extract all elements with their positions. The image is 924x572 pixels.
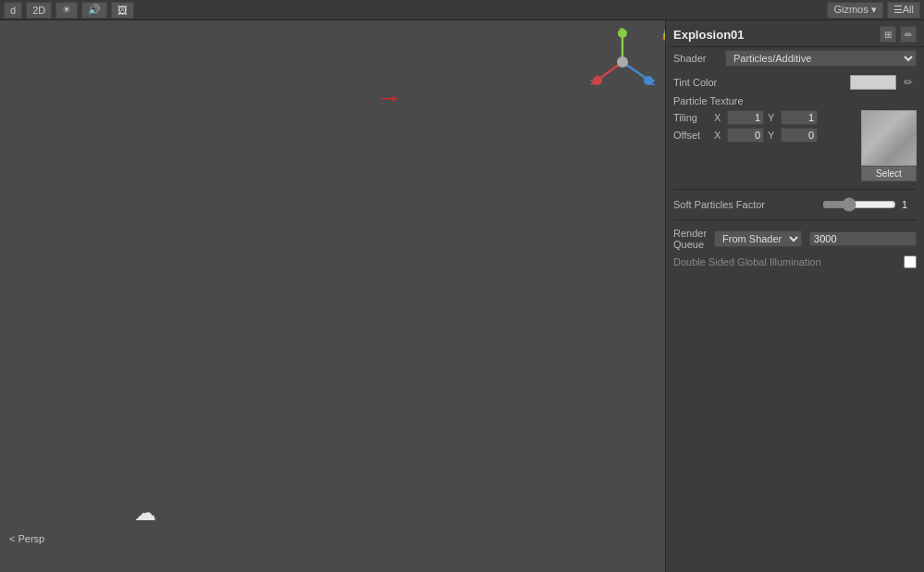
texture-preview[interactable] (861, 110, 917, 166)
2d-button[interactable]: 2D (26, 2, 52, 19)
all-button[interactable]: ☰All (887, 2, 920, 19)
mode-dropdown[interactable]: d (4, 2, 22, 19)
texture-select-button[interactable]: Select (861, 166, 917, 181)
inspector-title: Explosion01 (673, 28, 745, 42)
svg-text:z: z (650, 76, 656, 87)
tiling-x-label: X (714, 112, 723, 123)
offset-x-label: X (714, 130, 723, 141)
gizmos-button[interactable]: Gizmos ▾ (827, 2, 882, 19)
soft-particles-value: 1 (902, 199, 917, 210)
inspector-icon-btn-2[interactable]: ✏ (900, 26, 917, 43)
svg-text:x: x (590, 76, 597, 87)
shader-dropdown[interactable]: Particles/Additive (725, 50, 917, 67)
texture-preview-inner (862, 111, 916, 165)
texture-controls: Tiling X Y Offset X Y (673, 110, 861, 181)
viewport[interactable]: ☁ → < Persp (0, 20, 665, 572)
sun-icon: ☀ (62, 4, 71, 16)
top-toolbar: d 2D ☀ 🔊 🖼 Gizmos ▾ ☰All (0, 0, 924, 20)
slider-container: 1 (822, 197, 917, 212)
particle-texture-label: Particle Texture (673, 95, 917, 106)
svg-text:y: y (619, 28, 625, 32)
tint-color-label: Tint Color (673, 77, 843, 88)
image-button[interactable]: 🖼 (111, 2, 134, 19)
double-sided-label: Double Sided Global Illumination (673, 256, 896, 267)
gizmo-svg: y x z (588, 28, 658, 97)
soft-particles-label: Soft Particles Factor (673, 199, 815, 210)
separator-2 (673, 219, 917, 220)
persp-label: < Persp (9, 533, 44, 544)
shader-row: Shader Particles/Additive (666, 47, 924, 69)
lock-icon: 🔒 (660, 28, 665, 41)
soft-particles-row: Soft Particles Factor 1 (673, 197, 917, 212)
image-icon: 🖼 (117, 5, 128, 16)
tint-color-row: Tint Color ✏ (673, 75, 917, 90)
main-area: ☁ → < Persp (0, 20, 924, 572)
viewport-content: ☁ → < Persp (0, 20, 665, 572)
texture-preview-container: Select (861, 110, 917, 181)
tint-color-swatch[interactable] (850, 75, 896, 90)
tiling-y-label: Y (768, 112, 777, 123)
shader-label: Shader (673, 53, 720, 64)
render-queue-value-input[interactable] (809, 231, 917, 246)
render-queue-label: Render Queue (673, 228, 707, 250)
particle-texture-area: Tiling X Y Offset X Y (673, 110, 917, 181)
render-queue-row: Render Queue From Shader (673, 228, 917, 250)
double-sided-checkbox[interactable] (904, 255, 917, 268)
offset-y-input[interactable] (781, 128, 818, 143)
offset-label: Offset (673, 130, 710, 141)
cloud-particle: ☁ (134, 500, 156, 526)
offset-y-label: Y (768, 130, 777, 141)
offset-row: Offset X Y (673, 128, 861, 143)
tiling-y-input[interactable] (781, 110, 818, 125)
soft-particles-slider[interactable] (822, 197, 896, 212)
double-sided-row: Double Sided Global Illumination (673, 255, 917, 268)
inspector-header: Explosion01 ⊞ ✏ (666, 20, 924, 47)
audio-button[interactable]: 🔊 (81, 2, 107, 19)
inspector-panel: Explosion01 ⊞ ✏ Shader Particles/Additiv… (665, 20, 924, 572)
tiling-row: Tiling X Y (673, 110, 861, 125)
particle-texture-section: Particle Texture Tiling X Y (673, 95, 917, 181)
offset-x-input[interactable] (727, 128, 764, 143)
eyedropper-icon[interactable]: ✏ (904, 76, 917, 89)
gizmo-container: y x z 🔒 (588, 28, 658, 100)
inspector-header-icons: ⊞ ✏ (880, 26, 917, 43)
tiling-label: Tiling (673, 112, 710, 123)
red-arrow: → (376, 83, 401, 113)
audio-icon: 🔊 (88, 4, 101, 16)
separator-1 (673, 189, 917, 190)
inspector-content: Tint Color ✏ Particle Texture Tiling X Y (666, 69, 924, 274)
inspector-icon-btn-1[interactable]: ⊞ (880, 26, 896, 43)
tiling-x-input[interactable] (727, 110, 764, 125)
sun-button[interactable]: ☀ (55, 2, 78, 19)
render-queue-dropdown[interactable]: From Shader (714, 230, 802, 247)
svg-point-6 (617, 56, 628, 68)
